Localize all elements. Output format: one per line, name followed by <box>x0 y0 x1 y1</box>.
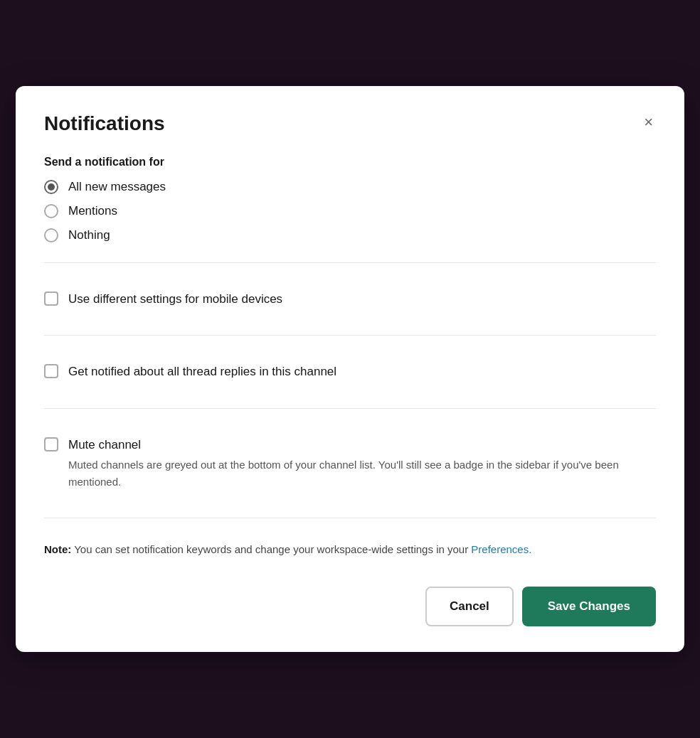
preferences-link[interactable]: Preferences. <box>471 543 531 555</box>
checkbox-input-mute-channel[interactable] <box>44 437 58 451</box>
note-body: You can set notification keywords and ch… <box>71 543 471 555</box>
checkbox-label-mobile-settings: Use different settings for mobile device… <box>68 290 282 309</box>
checkbox-mute-channel: Mute channel Muted channels are greyed o… <box>44 423 656 504</box>
radio-option-all-new-messages[interactable]: All new messages <box>44 180 656 194</box>
cancel-button[interactable]: Cancel <box>425 587 514 626</box>
radio-input-mentions[interactable] <box>44 204 58 218</box>
modal-title: Notifications <box>44 112 165 136</box>
radio-label-mentions: Mentions <box>68 204 117 218</box>
section-label: Send a notification for <box>44 156 656 169</box>
radio-option-nothing[interactable]: Nothing <box>44 228 656 242</box>
notifications-modal: Notifications × Send a notification for … <box>16 86 684 652</box>
note-prefix: Note: <box>44 543 71 555</box>
divider-3 <box>44 408 656 409</box>
radio-input-all-new-messages[interactable] <box>44 180 58 194</box>
checkbox-input-mobile-settings[interactable] <box>44 292 58 306</box>
checkbox-label-thread-replies: Get notified about all thread replies in… <box>68 363 336 381</box>
divider-2 <box>44 335 656 336</box>
note-section: Note: You can set notification keywords … <box>44 533 656 558</box>
save-changes-button[interactable]: Save Changes <box>522 587 656 626</box>
checkbox-mobile-settings: Use different settings for mobile device… <box>44 277 656 321</box>
modal-header: Notifications × <box>44 112 656 136</box>
note-text: Note: You can set notification keywords … <box>44 541 656 558</box>
checkbox-input-thread-replies[interactable] <box>44 364 58 378</box>
radio-label-nothing: Nothing <box>68 228 110 242</box>
close-button[interactable]: × <box>641 112 656 133</box>
radio-input-nothing[interactable] <box>44 228 58 242</box>
checkbox-thread-replies: Get notified about all thread replies in… <box>44 350 656 394</box>
radio-option-mentions[interactable]: Mentions <box>44 204 656 218</box>
radio-label-all-new-messages: All new messages <box>68 180 166 194</box>
modal-footer: Cancel Save Changes <box>44 587 656 626</box>
divider-4 <box>44 518 656 518</box>
notification-radio-group: All new messages Mentions Nothing <box>44 180 656 242</box>
divider-1 <box>44 262 656 263</box>
checkbox-sublabel-mute-channel: Muted channels are greyed out at the bot… <box>68 456 656 491</box>
checkbox-label-mute-channel: Mute channel <box>68 436 656 454</box>
